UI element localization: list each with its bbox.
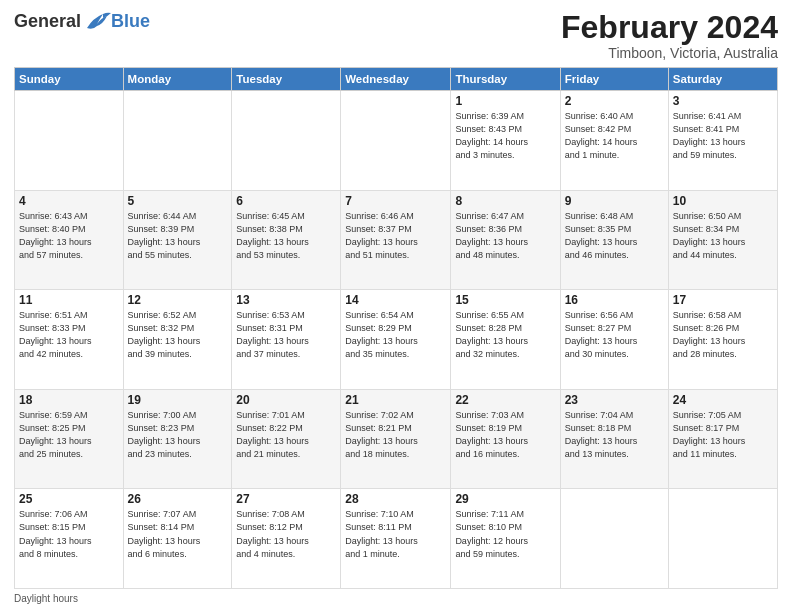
day-info: Sunrise: 7:11 AM Sunset: 8:10 PM Dayligh… [455,508,555,560]
day-number: 5 [128,194,228,208]
weekday-header-monday: Monday [123,68,232,91]
calendar-cell: 9Sunrise: 6:48 AM Sunset: 8:35 PM Daylig… [560,190,668,290]
location-title: Timboon, Victoria, Australia [561,45,778,61]
calendar-cell [123,91,232,191]
calendar-cell: 1Sunrise: 6:39 AM Sunset: 8:43 PM Daylig… [451,91,560,191]
calendar-cell: 3Sunrise: 6:41 AM Sunset: 8:41 PM Daylig… [668,91,777,191]
weekday-header-sunday: Sunday [15,68,124,91]
day-info: Sunrise: 6:59 AM Sunset: 8:25 PM Dayligh… [19,409,119,461]
day-info: Sunrise: 7:02 AM Sunset: 8:21 PM Dayligh… [345,409,446,461]
day-info: Sunrise: 7:06 AM Sunset: 8:15 PM Dayligh… [19,508,119,560]
day-number: 25 [19,492,119,506]
weekday-header-row: SundayMondayTuesdayWednesdayThursdayFrid… [15,68,778,91]
calendar-cell [15,91,124,191]
day-info: Sunrise: 6:56 AM Sunset: 8:27 PM Dayligh… [565,309,664,361]
day-number: 1 [455,94,555,108]
calendar-cell: 2Sunrise: 6:40 AM Sunset: 8:42 PM Daylig… [560,91,668,191]
calendar-cell: 21Sunrise: 7:02 AM Sunset: 8:21 PM Dayli… [341,389,451,489]
day-info: Sunrise: 6:46 AM Sunset: 8:37 PM Dayligh… [345,210,446,262]
calendar-cell: 25Sunrise: 7:06 AM Sunset: 8:15 PM Dayli… [15,489,124,589]
title-area: February 2024 Timboon, Victoria, Austral… [561,10,778,61]
day-number: 23 [565,393,664,407]
week-row-3: 11Sunrise: 6:51 AM Sunset: 8:33 PM Dayli… [15,290,778,390]
day-number: 29 [455,492,555,506]
day-number: 22 [455,393,555,407]
day-info: Sunrise: 6:55 AM Sunset: 8:28 PM Dayligh… [455,309,555,361]
logo-area: General Blue [14,10,150,32]
day-number: 4 [19,194,119,208]
day-number: 14 [345,293,446,307]
calendar-cell: 19Sunrise: 7:00 AM Sunset: 8:23 PM Dayli… [123,389,232,489]
calendar-cell: 24Sunrise: 7:05 AM Sunset: 8:17 PM Dayli… [668,389,777,489]
day-info: Sunrise: 7:03 AM Sunset: 8:19 PM Dayligh… [455,409,555,461]
day-number: 27 [236,492,336,506]
week-row-5: 25Sunrise: 7:06 AM Sunset: 8:15 PM Dayli… [15,489,778,589]
day-number: 6 [236,194,336,208]
calendar-cell [668,489,777,589]
day-info: Sunrise: 6:48 AM Sunset: 8:35 PM Dayligh… [565,210,664,262]
calendar-cell: 17Sunrise: 6:58 AM Sunset: 8:26 PM Dayli… [668,290,777,390]
day-number: 15 [455,293,555,307]
calendar-cell: 10Sunrise: 6:50 AM Sunset: 8:34 PM Dayli… [668,190,777,290]
calendar-table: SundayMondayTuesdayWednesdayThursdayFrid… [14,67,778,589]
day-number: 19 [128,393,228,407]
calendar-cell: 29Sunrise: 7:11 AM Sunset: 8:10 PM Dayli… [451,489,560,589]
day-number: 21 [345,393,446,407]
calendar-cell [560,489,668,589]
logo-bird-icon [83,10,111,32]
footer-note: Daylight hours [14,593,778,604]
day-info: Sunrise: 7:10 AM Sunset: 8:11 PM Dayligh… [345,508,446,560]
day-info: Sunrise: 6:40 AM Sunset: 8:42 PM Dayligh… [565,110,664,162]
logo-general-text: General [14,11,81,32]
calendar-cell: 4Sunrise: 6:43 AM Sunset: 8:40 PM Daylig… [15,190,124,290]
calendar-cell: 15Sunrise: 6:55 AM Sunset: 8:28 PM Dayli… [451,290,560,390]
logo-blue-text: Blue [111,11,150,32]
calendar-cell: 26Sunrise: 7:07 AM Sunset: 8:14 PM Dayli… [123,489,232,589]
week-row-1: 1Sunrise: 6:39 AM Sunset: 8:43 PM Daylig… [15,91,778,191]
day-info: Sunrise: 6:43 AM Sunset: 8:40 PM Dayligh… [19,210,119,262]
day-info: Sunrise: 6:39 AM Sunset: 8:43 PM Dayligh… [455,110,555,162]
day-number: 20 [236,393,336,407]
day-number: 13 [236,293,336,307]
calendar-cell: 11Sunrise: 6:51 AM Sunset: 8:33 PM Dayli… [15,290,124,390]
calendar-cell: 22Sunrise: 7:03 AM Sunset: 8:19 PM Dayli… [451,389,560,489]
weekday-header-tuesday: Tuesday [232,68,341,91]
day-info: Sunrise: 6:52 AM Sunset: 8:32 PM Dayligh… [128,309,228,361]
weekday-header-thursday: Thursday [451,68,560,91]
day-info: Sunrise: 7:04 AM Sunset: 8:18 PM Dayligh… [565,409,664,461]
calendar-cell: 28Sunrise: 7:10 AM Sunset: 8:11 PM Dayli… [341,489,451,589]
day-number: 17 [673,293,773,307]
day-info: Sunrise: 7:00 AM Sunset: 8:23 PM Dayligh… [128,409,228,461]
day-number: 7 [345,194,446,208]
day-info: Sunrise: 6:47 AM Sunset: 8:36 PM Dayligh… [455,210,555,262]
calendar-cell: 5Sunrise: 6:44 AM Sunset: 8:39 PM Daylig… [123,190,232,290]
calendar-cell: 27Sunrise: 7:08 AM Sunset: 8:12 PM Dayli… [232,489,341,589]
calendar-cell: 7Sunrise: 6:46 AM Sunset: 8:37 PM Daylig… [341,190,451,290]
day-number: 2 [565,94,664,108]
day-info: Sunrise: 7:05 AM Sunset: 8:17 PM Dayligh… [673,409,773,461]
day-info: Sunrise: 6:58 AM Sunset: 8:26 PM Dayligh… [673,309,773,361]
day-number: 16 [565,293,664,307]
calendar-cell: 23Sunrise: 7:04 AM Sunset: 8:18 PM Dayli… [560,389,668,489]
calendar-cell: 6Sunrise: 6:45 AM Sunset: 8:38 PM Daylig… [232,190,341,290]
calendar-cell: 13Sunrise: 6:53 AM Sunset: 8:31 PM Dayli… [232,290,341,390]
logo: General Blue [14,10,150,32]
day-info: Sunrise: 6:54 AM Sunset: 8:29 PM Dayligh… [345,309,446,361]
calendar-cell: 12Sunrise: 6:52 AM Sunset: 8:32 PM Dayli… [123,290,232,390]
day-info: Sunrise: 6:41 AM Sunset: 8:41 PM Dayligh… [673,110,773,162]
calendar-cell: 18Sunrise: 6:59 AM Sunset: 8:25 PM Dayli… [15,389,124,489]
weekday-header-wednesday: Wednesday [341,68,451,91]
header: General Blue February 2024 Timboon, Vict… [14,10,778,61]
day-number: 11 [19,293,119,307]
day-number: 3 [673,94,773,108]
day-number: 10 [673,194,773,208]
page: General Blue February 2024 Timboon, Vict… [0,0,792,612]
day-number: 28 [345,492,446,506]
day-number: 8 [455,194,555,208]
weekday-header-friday: Friday [560,68,668,91]
day-info: Sunrise: 6:51 AM Sunset: 8:33 PM Dayligh… [19,309,119,361]
calendar-cell: 20Sunrise: 7:01 AM Sunset: 8:22 PM Dayli… [232,389,341,489]
day-info: Sunrise: 7:08 AM Sunset: 8:12 PM Dayligh… [236,508,336,560]
day-info: Sunrise: 6:53 AM Sunset: 8:31 PM Dayligh… [236,309,336,361]
day-number: 12 [128,293,228,307]
